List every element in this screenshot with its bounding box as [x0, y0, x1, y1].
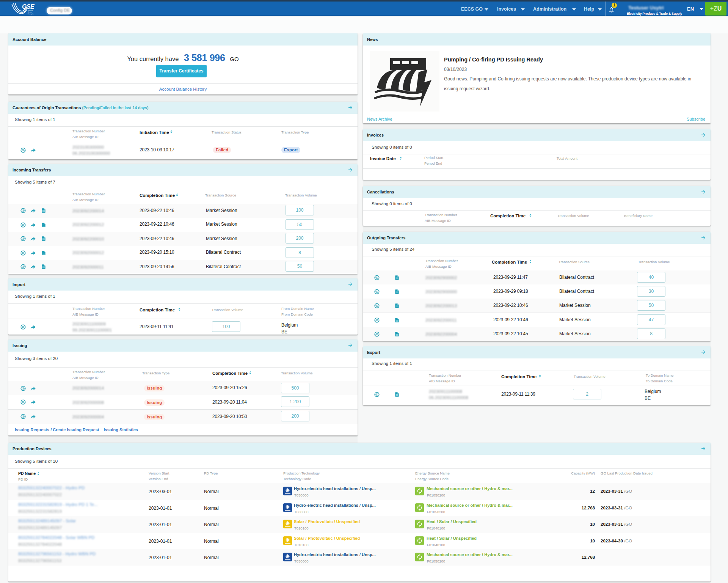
svg-text:Energetici: Energetici — [28, 13, 34, 15]
svg-text:GSE: GSE — [22, 3, 35, 10]
svg-text:Servizi: Servizi — [28, 11, 32, 13]
svg-text:Gestore: Gestore — [28, 10, 33, 11]
